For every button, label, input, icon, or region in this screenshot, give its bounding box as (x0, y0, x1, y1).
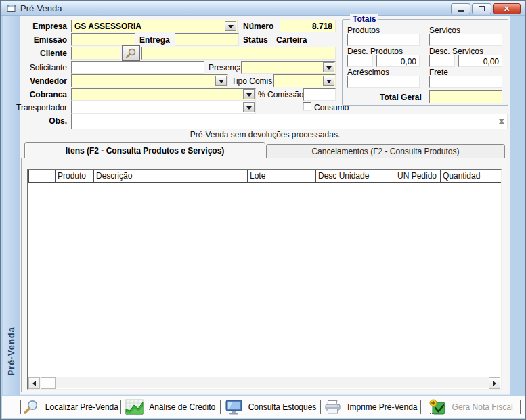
cliente-name-field[interactable] (141, 47, 336, 60)
nota-fiscal-icon (429, 399, 447, 415)
desc-servicos-pct-field[interactable] (429, 55, 455, 67)
itens-tab-page: Produto Descrição Lote Desc Unidade UN P… (21, 158, 506, 392)
consulta-estoques-button[interactable]: Consulta Estoques (221, 398, 320, 417)
solicitante-field[interactable] (71, 61, 204, 74)
scrollbar-thumb[interactable] (41, 377, 56, 389)
acrescimos-field[interactable] (347, 76, 420, 88)
maximize-button[interactable] (472, 3, 491, 14)
titlebar: Pré-Venda ✕ (1, 1, 525, 16)
column-header-selector (28, 170, 56, 182)
column-header-quantidade: Quantidade (441, 170, 481, 182)
toolbar-divider (520, 400, 521, 414)
cobranca-label: Cobranca (30, 90, 67, 99)
desc-servicos-value-field[interactable]: 0,00 (458, 55, 502, 67)
consumo-checkbox[interactable] (303, 102, 311, 111)
numero-field[interactable]: 8.718 (280, 20, 336, 32)
imprime-pre-venda-button[interactable]: Imprime Pré-Venda (321, 398, 420, 417)
cobranca-select[interactable] (71, 88, 256, 101)
grid-header-row: Produto Descrição Lote Desc Unidade UN P… (28, 170, 501, 183)
tab-itens[interactable]: Itens (F2 - Consulta Produtos e Serviços… (24, 142, 265, 158)
cliente-code-field[interactable] (71, 47, 120, 60)
arrow-left-icon (30, 381, 36, 386)
desc-produtos-pct-field[interactable] (347, 55, 373, 67)
window-title: Pré-Venda (20, 3, 62, 14)
chevron-down-icon[interactable] (243, 102, 255, 112)
obs-field[interactable] (71, 114, 508, 129)
empresa-select[interactable]: GS ASSESSORIA (71, 20, 238, 32)
pre-venda-window: Pré-Venda ✕ Pré-Venda Empresa GS ASSESSO… (0, 0, 526, 420)
transportador-select[interactable] (71, 101, 256, 114)
chevron-down-icon[interactable] (225, 21, 236, 31)
itens-grid[interactable]: Produto Descrição Lote Desc Unidade UN P… (27, 169, 502, 390)
numero-label: Número (243, 22, 273, 31)
cliente-label: Cliente (40, 49, 67, 58)
window-controls: ✕ (451, 3, 521, 14)
chevron-down-icon[interactable] (215, 76, 227, 86)
cliente-search-button[interactable] (122, 45, 140, 61)
status-label: Status (243, 35, 268, 45)
printer-icon (324, 400, 342, 415)
vendedor-label: Vendedor (30, 76, 67, 86)
minimize-button[interactable] (451, 3, 470, 14)
scroll-left-button[interactable] (28, 377, 40, 389)
column-header-un-pedido: UN Pedido (395, 170, 441, 182)
desc-produtos-value-field[interactable]: 0,00 (376, 55, 420, 67)
arrow-right-icon (493, 381, 499, 386)
empresa-label: Empresa (32, 22, 67, 31)
localizar-pre-venda-label: Localizar Pré-Venda (45, 402, 118, 412)
analise-de-credito-label: Análise de Crédito (149, 402, 215, 412)
status-value: Carteira (276, 35, 307, 45)
monitor-icon (225, 400, 243, 415)
total-geral-field[interactable] (429, 90, 502, 103)
close-button[interactable]: ✕ (493, 3, 521, 14)
tab-cancelamentos[interactable]: Cancelamentos (F2 - Consulta Produtos) (266, 144, 505, 158)
produtos-field[interactable] (347, 34, 420, 46)
tipo-comis-label: Tipo Comis.: (232, 76, 277, 86)
comissao-field[interactable] (303, 88, 336, 101)
vendedor-select[interactable] (71, 74, 228, 87)
entrega-field[interactable] (175, 33, 239, 46)
analise-de-credito-button[interactable]: Análise de Crédito (121, 398, 220, 417)
entrega-label: Entrega (139, 35, 170, 45)
search-icon (22, 400, 40, 415)
tipo-comis-select[interactable] (273, 74, 336, 87)
totais-title: Totais (350, 14, 378, 24)
servicos-field[interactable] (429, 34, 502, 46)
chevron-down-icon[interactable] (243, 89, 255, 99)
comissao-label: % Comissão: (258, 90, 306, 99)
column-header-lote: Lote (248, 170, 316, 182)
tab-cancelamentos-label: Cancelamentos (F2 - Consulta Produtos) (311, 147, 459, 156)
emissao-field[interactable] (71, 33, 135, 46)
chevron-down-icon[interactable] (323, 76, 334, 86)
scrollbar-track[interactable] (56, 377, 489, 388)
imprime-pre-venda-label: Imprime Pré-Venda (347, 402, 417, 412)
window-icon (7, 4, 16, 13)
localizar-pre-venda-button[interactable]: Localizar Pré-Venda (21, 398, 120, 417)
column-header-produto: Produto (56, 170, 94, 182)
total-geral-label: Total Geral (380, 93, 422, 102)
empresa-value: GS ASSESSORIA (74, 22, 141, 31)
gera-nota-fiscal-label: Gera Nota Fiscal (452, 402, 513, 412)
search-icon (125, 48, 137, 59)
spinner-down-icon[interactable] (499, 119, 504, 125)
presenca-select[interactable] (241, 61, 336, 74)
maximize-icon (479, 6, 485, 11)
column-header-desc-unidade: Desc Unidade (316, 170, 395, 182)
frete-field[interactable] (429, 76, 502, 88)
gera-nota-fiscal-button[interactable]: Gera Nota Fiscal (421, 398, 520, 417)
horizontal-scrollbar[interactable] (28, 377, 500, 388)
status-message: Pré-Venda sem devoluções processadas. (20, 130, 510, 139)
consulta-estoques-label: Consulta Estoques (248, 402, 317, 412)
minimize-icon (458, 10, 464, 12)
presenca-label: Presença (209, 63, 243, 72)
side-tab-label: Pré-Venda (6, 327, 16, 376)
chart-icon (125, 399, 144, 415)
obs-label: Obs. (49, 116, 67, 126)
solicitante-label: Solicitante (30, 63, 67, 72)
side-tab-pre-venda[interactable]: Pré-Venda (3, 16, 20, 395)
tab-itens-label: Itens (F2 - Consulta Produtos e Serviços… (66, 146, 225, 156)
transportador-label: Transportador (16, 103, 67, 112)
close-icon: ✕ (504, 5, 510, 13)
chevron-down-icon[interactable] (323, 62, 334, 72)
scroll-right-button[interactable] (489, 377, 500, 389)
